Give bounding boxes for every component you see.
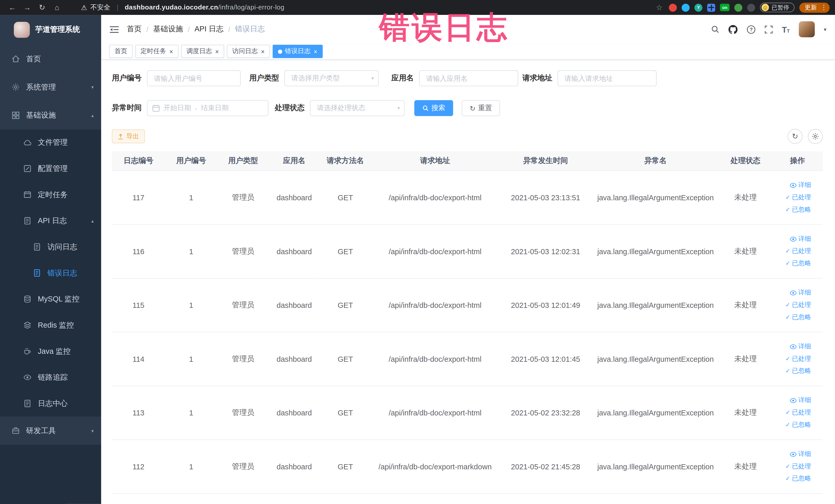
detail-link[interactable]: 详细 [790,235,811,243]
sidebar-item-access-log[interactable]: 访问日志 [0,234,101,260]
date-end-placeholder: 结束日期 [201,103,229,113]
breadcrumb-api-logs[interactable]: API 日志 [195,24,224,34]
extension-icon-grid[interactable] [708,3,715,11]
database-icon [23,295,31,303]
table-row: 115 1 管理员 dashboard GET /api/infra/db-do… [112,278,823,332]
close-icon[interactable]: × [215,48,219,55]
table-row: 112 1 管理员 dashboard GET /api/infra/db-do… [112,440,823,493]
sidebar-collapse-icon[interactable] [109,25,119,33]
sidebar-item-file-mgmt[interactable]: 文件管理 [0,129,101,156]
breadcrumb-infrastructure[interactable]: 基础设施 [153,24,183,34]
detail-link[interactable]: 详细 [790,396,811,405]
browser-forward-icon[interactable]: → [20,3,34,12]
tab-schedule-log[interactable]: 调度日志 × [181,45,224,58]
app-logo[interactable]: 芋道管理系统 [0,15,101,45]
user-id-input[interactable] [147,70,241,86]
sidebar-item-tracing[interactable]: 链路追踪 [0,364,101,390]
tab-access-log[interactable]: 访问日志 × [227,45,270,58]
refresh-icon: ↻ [470,104,476,112]
avatar-caret-icon[interactable]: ▾ [824,26,826,32]
tab-error-log[interactable]: 错误日志 × [272,45,323,58]
check-icon: ✓ [786,260,790,267]
mark-processed-link[interactable]: ✓已处理 [786,462,811,471]
sidebar-item-scheduled-tasks[interactable]: 定时任务 [0,182,101,208]
cell-request-url: /api/infra/db-doc/export-markdown [371,440,499,493]
mark-ignored-link[interactable]: ✓已忽略 [786,259,811,268]
sidebar-item-redis-monitor[interactable]: Redis 监控 [0,312,101,338]
sidebar-item-java-monitor[interactable]: Java 监控 [0,338,101,364]
column-settings-button[interactable] [808,129,823,144]
refresh-table-button[interactable]: ↻ [788,129,802,144]
sidebar-item-mysql-monitor[interactable]: MySQL 监控 [0,286,101,312]
extension-icon-yudao[interactable]: Y [695,3,702,11]
tab-home[interactable]: 首页 [109,45,133,58]
detail-link[interactable]: 详细 [790,342,811,351]
exception-time-range-picker[interactable]: 开始日期 - 结束日期 [147,100,268,116]
process-status-select[interactable]: 请选择处理状态 ▾ [310,100,405,116]
sidebar-item-dev-tools[interactable]: 研发工具 ▾ [0,417,101,445]
check-icon: ✓ [786,421,790,428]
font-size-icon[interactable]: TT [782,25,790,34]
request-url-input[interactable] [557,70,657,86]
mark-ignored-link[interactable]: ✓已忽略 [786,366,811,375]
sidebar-item-config-mgmt[interactable]: 配置管理 [0,156,101,182]
close-icon[interactable]: × [314,48,318,55]
security-indicator[interactable]: ⚠ 不安全 [81,3,110,12]
browser-home-icon[interactable]: ⌂ [50,3,64,12]
eye-icon [23,373,31,381]
search-button[interactable]: 搜索 [414,100,453,116]
app-name-label: 应用名 [391,74,414,83]
browser-update-button[interactable]: 更新 ⋮ [799,2,830,12]
browser-menu-icon[interactable]: ⋮ [821,4,827,11]
mark-processed-link[interactable]: ✓已处理 [786,354,811,363]
detail-link[interactable]: 详细 [790,288,811,297]
sidebar-item-home[interactable]: 首页 [0,45,101,73]
exception-time-label: 异常时间 [112,103,142,113]
extension-icon-drop[interactable] [682,3,690,11]
cell-user-type: 管理员 [217,278,269,332]
sidebar-item-api-logs[interactable]: API 日志 ▴ [0,208,101,234]
detail-link[interactable]: 详细 [790,449,811,459]
close-icon[interactable]: × [169,48,173,55]
col-method: 请求方法名 [320,151,371,170]
briefcase-icon [12,427,20,435]
paused-badge[interactable]: ☺ 已暂停 [760,3,794,12]
detail-link[interactable]: 详细 [790,181,811,189]
url-bar[interactable]: dashboard.yudao.iocoder.cn/infra/log/api… [125,4,284,11]
sidebar-item-log-center[interactable]: 日志中心 [0,390,101,417]
browser-refresh-icon[interactable]: ↻ [35,3,49,12]
app-name-input[interactable] [419,70,518,86]
reset-button[interactable]: ↻ 重置 [462,100,500,116]
mark-processed-link[interactable]: ✓已处理 [786,408,811,417]
sidebar-background [0,445,101,504]
export-button[interactable]: 导出 [112,129,145,143]
mark-processed-link[interactable]: ✓已处理 [786,300,811,309]
extension-icon-pin[interactable] [747,3,755,11]
tab-scheduled-tasks[interactable]: 定时任务 × [135,45,178,58]
mark-ignored-link[interactable]: ✓已忽略 [786,420,811,429]
help-icon[interactable]: ? [747,25,756,34]
extension-icon-red[interactable] [669,3,677,11]
breadcrumb-home[interactable]: 首页 [127,24,142,34]
sidebar-item-error-log[interactable]: 错误日志 [0,260,101,286]
github-icon[interactable] [729,25,738,34]
user-type-select[interactable]: 请选择用户类型 ▾ [284,70,379,86]
mark-ignored-link[interactable]: ✓已忽略 [786,205,811,214]
search-icon[interactable] [711,25,719,34]
mark-ignored-link[interactable]: ✓已忽略 [786,313,811,322]
user-avatar[interactable] [799,21,815,37]
active-dot [278,49,282,54]
sidebar-item-system-mgmt[interactable]: 系统管理 ▾ [0,73,101,101]
extension-icon-on[interactable]: on [720,4,730,11]
close-icon[interactable]: × [261,48,265,55]
request-url-label: 请求地址 [522,74,552,83]
bookmark-star-icon[interactable]: ☆ [656,3,663,12]
mark-processed-link[interactable]: ✓已处理 [786,193,811,202]
extension-icon-leaf[interactable] [734,3,742,11]
sidebar-item-infrastructure[interactable]: 基础设施 ▴ [0,101,101,129]
browser-back-icon[interactable]: ← [5,3,19,12]
mark-processed-link[interactable]: ✓已处理 [786,247,811,256]
mark-ignored-link[interactable]: ✓已忽略 [786,474,811,483]
fullscreen-icon[interactable] [765,25,773,33]
table-toolbar: 导出 ↻ [112,129,823,144]
